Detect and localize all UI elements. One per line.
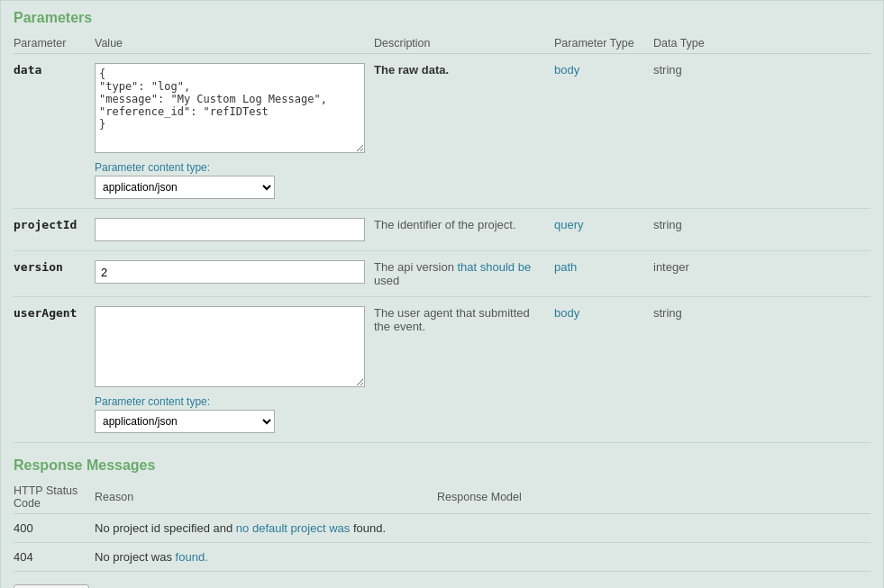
- reason-found-link: found.: [176, 550, 208, 564]
- param-desc-projectid: The identifier of the project.: [374, 209, 554, 251]
- status-code-400: 400: [14, 514, 95, 543]
- parameters-title: Parameters: [14, 10, 870, 26]
- param-value-useragent: Parameter content type: application/json: [95, 297, 374, 443]
- try-it-out-button[interactable]: Try it out!: [14, 584, 89, 588]
- param-name-projectid: projectId: [14, 209, 95, 251]
- col-status-code: HTTP Status Code: [14, 481, 95, 514]
- param-name-version: version: [14, 251, 95, 297]
- col-description: Description: [374, 33, 554, 54]
- param-desc-version: The api version that should be used: [374, 251, 554, 297]
- status-code-404: 404: [14, 543, 95, 572]
- projectid-input[interactable]: [95, 218, 365, 241]
- col-reason: Reason: [95, 481, 437, 514]
- table-row: userAgent Parameter content type: applic…: [14, 297, 870, 443]
- content-type-select-useragent[interactable]: application/json: [95, 410, 275, 433]
- useragent-textarea[interactable]: [95, 306, 365, 387]
- table-row: projectId The identifier of the project.…: [14, 209, 870, 251]
- response-model-400: [437, 514, 870, 543]
- parameters-table: Parameter Value Description Parameter Ty…: [14, 33, 870, 443]
- reason-404: No project was found.: [95, 543, 437, 572]
- version-input[interactable]: [95, 260, 365, 284]
- response-messages-section: Response Messages HTTP Status Code Reaso…: [14, 457, 870, 588]
- reason-and: and: [214, 521, 233, 535]
- param-value-data: { "type": "log", "message": "My Custom L…: [95, 54, 374, 209]
- main-container: Parameters Parameter Value Description P…: [0, 0, 884, 588]
- col-response-model: Response Model: [437, 481, 870, 514]
- desc-link-version: that should be: [458, 260, 532, 274]
- response-table: HTTP Status Code Reason Response Model 4…: [14, 481, 870, 572]
- content-type-select-data[interactable]: application/json: [95, 176, 275, 199]
- param-datatype-data: string: [653, 54, 870, 209]
- content-type-label-data: Parameter content type:: [95, 161, 367, 174]
- content-type-label-useragent: Parameter content type:: [95, 395, 367, 408]
- param-type-useragent: body: [554, 297, 653, 443]
- response-messages-title: Response Messages: [14, 457, 870, 474]
- param-type-projectid: query: [554, 209, 653, 251]
- response-model-404: [437, 543, 870, 572]
- table-row: version The api version that should be u…: [14, 251, 870, 297]
- reason-400: No project id specified and no default p…: [95, 514, 437, 543]
- param-datatype-version: integer: [653, 251, 870, 297]
- data-textarea[interactable]: { "type": "log", "message": "My Custom L…: [95, 63, 365, 153]
- param-datatype-useragent: string: [653, 297, 870, 443]
- col-param-type: Parameter Type: [554, 33, 653, 54]
- col-value: Value: [95, 33, 374, 54]
- param-name-useragent: userAgent: [14, 297, 95, 443]
- param-value-version: [95, 251, 374, 297]
- param-desc-data: The raw data.: [374, 54, 554, 209]
- param-desc-useragent: The user agent that submitted the event.: [374, 297, 554, 443]
- param-type-version: path: [554, 251, 653, 297]
- table-row: data { "type": "log", "message": "My Cus…: [14, 54, 870, 209]
- parameters-section: Parameters Parameter Value Description P…: [14, 10, 870, 443]
- param-value-projectid: [95, 209, 374, 251]
- table-row: 404 No project was found.: [14, 543, 870, 572]
- reason-no-default: no default project was: [236, 521, 350, 535]
- param-datatype-projectid: string: [653, 209, 870, 251]
- col-parameter: Parameter: [14, 33, 95, 54]
- table-row: 400 No project id specified and no defau…: [14, 514, 870, 543]
- param-name-data: data: [14, 54, 95, 209]
- col-data-type: Data Type: [653, 33, 870, 54]
- param-type-data: body: [554, 54, 653, 209]
